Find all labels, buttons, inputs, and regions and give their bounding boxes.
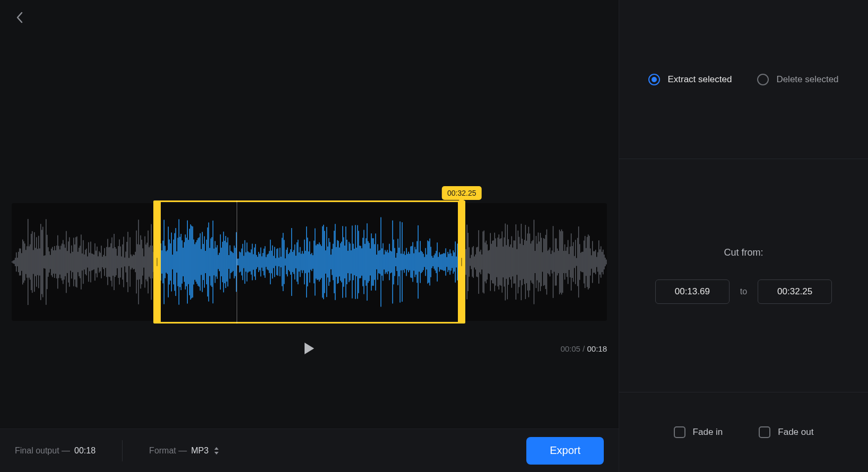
cut-to-input[interactable] [758,279,832,304]
svg-rect-464 [504,238,505,287]
svg-rect-394 [429,239,430,286]
svg-rect-505 [548,251,548,274]
mode-delete-option[interactable]: Delete selected [757,74,838,85]
svg-rect-292 [321,246,322,278]
svg-rect-151 [171,233,172,292]
svg-rect-368 [402,222,402,302]
svg-rect-216 [240,252,241,272]
svg-rect-123 [141,240,142,284]
svg-rect-447 [486,241,487,283]
svg-rect-518 [561,230,562,295]
svg-rect-252 [279,258,279,266]
svg-rect-401 [437,242,437,282]
svg-rect-236 [262,256,262,267]
svg-rect-62 [76,237,77,287]
svg-rect-160 [181,234,181,290]
svg-rect-17 [29,246,29,277]
play-button[interactable] [301,340,317,356]
fade-in-checkbox[interactable]: Fade in [674,426,723,438]
svg-rect-103 [120,247,120,278]
selection-handle-right[interactable] [458,200,465,324]
selection-handle-left[interactable] [153,200,161,324]
svg-rect-313 [343,237,344,286]
fade-out-label: Fade out [778,427,813,438]
cut-to-label: to [740,287,747,296]
svg-rect-240 [266,257,266,267]
waveform[interactable] [12,203,607,321]
svg-rect-106 [123,237,124,287]
radio-selected-icon [648,74,660,85]
svg-rect-476 [517,249,517,275]
svg-rect-50 [64,244,64,280]
svg-rect-372 [406,248,406,276]
svg-rect-339 [371,233,371,291]
svg-rect-86 [102,257,102,267]
svg-rect-548 [593,251,594,273]
svg-rect-365 [398,248,399,276]
svg-rect-557 [603,250,603,275]
svg-rect-280 [308,251,309,273]
svg-rect-31 [44,256,44,268]
svg-rect-546 [591,255,592,268]
svg-rect-393 [428,241,429,283]
svg-rect-207 [231,251,231,273]
format-select[interactable]: MP3 [191,446,219,456]
svg-rect-408 [444,254,445,271]
svg-rect-489 [531,243,531,280]
svg-rect-83 [99,251,99,273]
svg-rect-196 [219,253,220,272]
svg-rect-358 [391,251,392,273]
svg-rect-406 [442,254,442,270]
svg-rect-412 [448,254,449,270]
svg-rect-353 [386,251,386,272]
svg-rect-42 [55,250,56,274]
svg-rect-265 [292,252,293,272]
svg-rect-349 [381,248,382,276]
svg-rect-287 [316,246,316,279]
svg-rect-245 [271,251,272,274]
export-button[interactable]: Export [526,437,604,465]
svg-rect-352 [385,250,385,274]
fade-out-checkbox[interactable]: Fade out [759,426,813,438]
cut-from-input[interactable] [655,279,730,304]
svg-rect-373 [407,254,407,270]
svg-rect-449 [488,251,489,274]
selection-end-tooltip: 00:32.25 [442,186,482,200]
svg-rect-544 [589,236,589,289]
svg-rect-541 [586,248,586,276]
svg-rect-224 [249,252,249,272]
svg-rect-116 [134,255,134,269]
svg-rect-472 [513,248,513,276]
svg-rect-211 [235,248,236,276]
svg-rect-55 [69,237,70,286]
svg-rect-452 [491,244,492,281]
playback-total: 00:18 [587,344,607,353]
svg-rect-257 [284,240,284,284]
svg-rect-458 [498,238,498,286]
svg-rect-128 [146,243,147,282]
svg-rect-89 [105,256,106,268]
playhead[interactable] [237,200,237,324]
svg-rect-64 [79,248,79,276]
svg-rect-199 [222,242,223,282]
svg-rect-191 [214,249,214,275]
svg-rect-117 [135,252,135,272]
svg-rect-105 [122,244,123,279]
svg-rect-529 [573,242,574,282]
svg-rect-235 [261,248,261,277]
svg-rect-258 [285,258,285,266]
svg-rect-503 [545,235,546,289]
bottom-bar: Final output — 00:18 Format — MP3 Export [0,429,619,472]
svg-rect-90 [106,247,107,277]
svg-rect-388 [423,254,423,270]
svg-rect-52 [66,231,66,293]
mode-extract-option[interactable]: Extract selected [648,74,732,85]
svg-rect-451 [490,233,491,291]
svg-rect-290 [319,242,319,282]
svg-rect-24 [36,237,37,286]
svg-rect-129 [147,231,148,294]
svg-rect-294 [323,225,324,299]
svg-rect-526 [570,247,570,277]
svg-rect-520 [563,251,564,273]
svg-rect-533 [577,238,578,286]
